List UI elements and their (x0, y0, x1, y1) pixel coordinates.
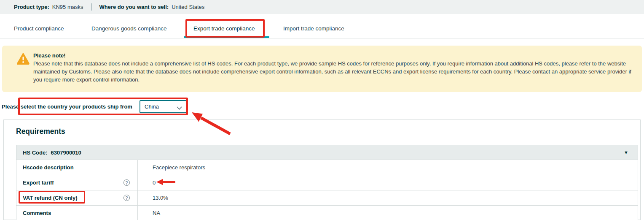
help-icon[interactable]: ? (123, 179, 130, 186)
row-value: NA (138, 206, 638, 220)
row-label: Hscode description (23, 164, 74, 171)
vertical-divider (91, 3, 92, 11)
tab-product-compliance[interactable]: Product compliance (14, 19, 64, 38)
tab-import-trade-compliance[interactable]: Import trade compliance (283, 19, 344, 38)
requirements-panel: Requirements HS Code: 6307900010 ▼ Hscod… (3, 120, 641, 220)
context-bar: Product type: KN95 masks Where do you wa… (0, 0, 644, 14)
chevron-down-icon (177, 105, 182, 111)
hs-code-value: 6307900010 (51, 149, 81, 156)
hs-code-label: HS Code: (23, 149, 48, 156)
sell-destination-value: United States (172, 4, 204, 10)
product-type-value: KN95 masks (52, 4, 83, 10)
notice-body: Please note that this database does not … (33, 60, 637, 84)
row-label: Export tariff (23, 179, 54, 186)
row-label: Comments (23, 210, 51, 216)
ship-from-country-select[interactable]: China (140, 100, 187, 113)
product-type-label: Product type: (14, 4, 49, 10)
table-row: Hscode description Facepiece respirators (16, 160, 638, 175)
tab-export-trade-compliance[interactable]: Export trade compliance (193, 19, 255, 38)
ship-from-selected-value: China (140, 103, 159, 110)
export-trade-compliance-page: Product type: KN95 masks Where do you wa… (0, 0, 644, 220)
requirements-heading: Requirements (16, 127, 65, 136)
row-value: 0 (138, 175, 638, 190)
table-row: Export tariff ? 0 (16, 175, 638, 190)
collapse-caret-icon[interactable]: ▼ (624, 145, 628, 160)
help-icon[interactable]: ? (123, 195, 130, 201)
tab-dangerous-goods-compliance[interactable]: Dangerous goods compliance (91, 19, 167, 38)
sell-destination-label: Where do you want to sell: (99, 4, 169, 10)
requirements-table: HS Code: 6307900010 ▼ Hscode description… (16, 145, 638, 220)
row-value: 13.0% (138, 190, 638, 205)
ship-from-label: Please select the country your products … (2, 100, 132, 113)
active-tab-underline (184, 36, 269, 38)
notice-title: Please note! (33, 52, 637, 60)
notice-banner: Please note! Please note that this datab… (2, 46, 642, 92)
hs-code-header-row: HS Code: 6307900010 ▼ (16, 145, 638, 160)
tabbar-divider (0, 38, 644, 38)
table-row: Comments NA (16, 205, 638, 220)
row-value: Facepiece respirators (138, 160, 638, 175)
row-label: VAT refund (CN only) (23, 195, 78, 201)
warning-triangle-icon (17, 53, 30, 66)
table-row: VAT refund (CN only) ? 13.0% (16, 190, 638, 205)
